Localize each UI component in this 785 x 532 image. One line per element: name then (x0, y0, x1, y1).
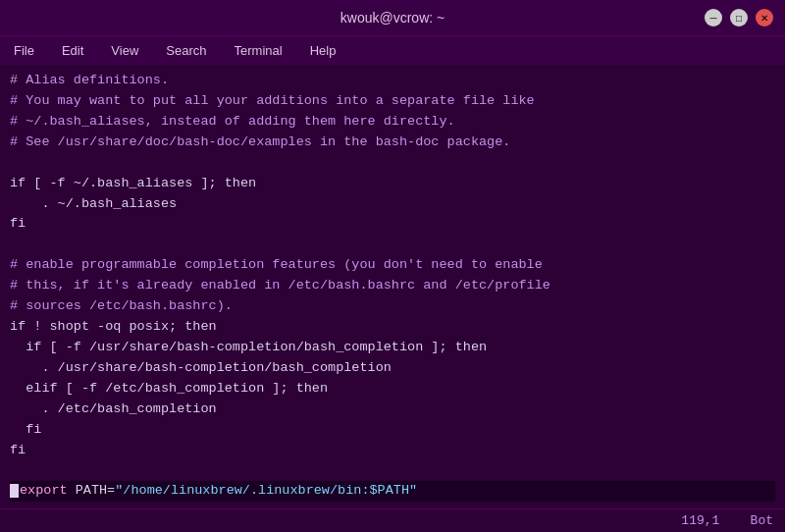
term-line: fi (10, 441, 775, 461)
term-line: # ~/.bash_aliases, instead of adding the… (10, 112, 775, 133)
maximize-button[interactable]: □ (730, 9, 748, 27)
term-line: if [ -f /usr/share/bash-completion/bash_… (10, 338, 775, 358)
term-line: elif [ -f /etc/bash_completion ]; then (10, 379, 775, 399)
term-line: # You may want to put all your additions… (10, 91, 775, 112)
term-line (10, 153, 775, 174)
term-line: export PATH="/home/linuxbrew/.linuxbrew/… (10, 481, 775, 502)
menu-terminal[interactable]: Terminal (229, 41, 288, 60)
term-line (10, 461, 775, 482)
menu-edit[interactable]: Edit (56, 41, 89, 60)
term-line (10, 235, 775, 255)
term-line: if ! shopt -oq posix; then (10, 317, 775, 338)
term-line: # enable programmable completion feature… (10, 255, 775, 276)
export-keyword: export (20, 483, 68, 498)
term-line: # Alias definitions. (10, 71, 775, 91)
term-line: . ~/.bash_aliases (10, 194, 775, 215)
term-line: . /etc/bash_completion (10, 399, 775, 420)
window-controls: ─ □ ✕ (705, 9, 773, 27)
terminal-content: # Alias definitions.# You may want to pu… (0, 65, 785, 508)
export-path-key: PATH= (76, 483, 116, 498)
term-line: fi (10, 214, 775, 235)
menu-search[interactable]: Search (160, 41, 212, 60)
menu-file[interactable]: File (8, 41, 40, 60)
minimize-button[interactable]: ─ (705, 9, 722, 27)
window-title: kwouk@vcrow: ~ (340, 10, 445, 26)
menu-help[interactable]: Help (304, 41, 342, 60)
status-bar: 119,1 Bot (0, 508, 785, 532)
cursor-position: 119,1 Bot (681, 513, 773, 528)
title-bar: kwouk@vcrow: ~ ─ □ ✕ (0, 0, 785, 35)
term-line: fi (10, 420, 775, 441)
menu-view[interactable]: View (105, 41, 144, 60)
term-line: # this, if it's already enabled in /etc/… (10, 276, 775, 296)
term-line: if [ -f ~/.bash_aliases ]; then (10, 174, 775, 194)
menu-bar: File Edit View Search Terminal Help (0, 35, 785, 65)
term-line: . /usr/share/bash-completion/bash_comple… (10, 358, 775, 379)
term-line: # See /usr/share/doc/bash-doc/examples i… (10, 133, 775, 153)
export-path-value: "/home/linuxbrew/.linuxbrew/bin:$PATH" (115, 483, 417, 498)
term-line: # sources /etc/bash.bashrc). (10, 296, 775, 317)
close-button[interactable]: ✕ (756, 9, 773, 27)
cursor-block (10, 484, 19, 498)
